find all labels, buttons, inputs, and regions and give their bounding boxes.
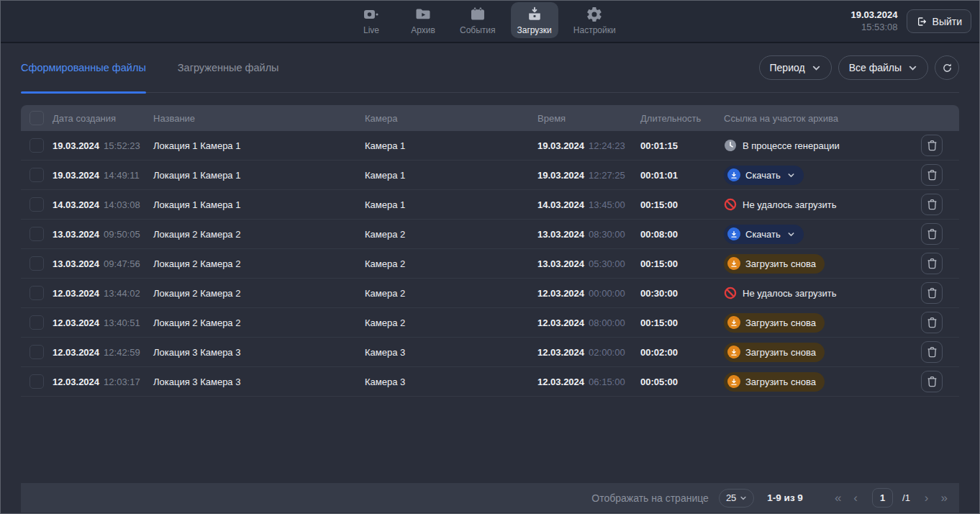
row-checkbox[interactable]	[30, 138, 44, 153]
camera-name: Камера 2	[365, 317, 537, 328]
topbar-right: 19.03.2024 15:53:08 Выйти	[850, 9, 979, 33]
chevron-down-icon	[787, 230, 795, 238]
download-label: Скачать	[745, 229, 781, 240]
tab-generated-files[interactable]: Сформированные файлы	[21, 43, 146, 92]
time-cell: 13.03.202408:30:00	[537, 229, 640, 240]
retry-download-button[interactable]: Загрузить снова	[724, 343, 825, 362]
main-content: Сформированные файлы Загруженные файлы П…	[1, 43, 979, 397]
tabs-row: Сформированные файлы Загруженные файлы П…	[21, 43, 959, 93]
file-type-filter-button[interactable]: Все файлы	[838, 55, 928, 80]
row-checkbox[interactable]	[30, 197, 44, 212]
duration: 00:01:01	[640, 170, 724, 181]
tab-downloaded-files[interactable]: Загруженные файлы	[178, 43, 279, 92]
select-all-checkbox[interactable]	[30, 111, 44, 125]
delete-button[interactable]	[921, 194, 943, 215]
download-icon	[727, 375, 740, 388]
camera-name: Камера 2	[365, 288, 537, 299]
delete-button[interactable]	[921, 253, 943, 274]
current-page-input[interactable]: 1	[872, 488, 893, 508]
row-checkbox[interactable]	[30, 315, 44, 330]
calendar-icon	[469, 6, 486, 23]
file-name: Локация 2 Камера 2	[153, 258, 365, 269]
delete-button[interactable]	[921, 312, 943, 333]
delete-button[interactable]	[921, 282, 943, 304]
last-page-button[interactable]: »	[940, 492, 949, 504]
duration: 00:15:00	[640, 258, 724, 269]
retry-download-button[interactable]: Загрузить снова	[724, 372, 825, 392]
logout-button[interactable]: Выйти	[907, 9, 971, 33]
prev-page-button[interactable]: ‹	[852, 492, 859, 504]
row-checkbox[interactable]	[30, 227, 44, 241]
video-camera-icon	[363, 6, 380, 23]
delete-button[interactable]	[921, 223, 943, 245]
delete-button[interactable]	[921, 164, 943, 186]
refresh-button[interactable]	[935, 55, 959, 80]
current-time: 15:53:08	[850, 22, 897, 33]
first-page-button[interactable]: «	[833, 492, 843, 504]
pagination-bar: Отображать на странице 25 1-9 из 9 « ‹ 1…	[21, 483, 959, 513]
period-filter-button[interactable]: Период	[759, 55, 832, 80]
archive-link-cell: Скачать	[724, 166, 915, 185]
time-cell: 12.03.202408:00:00	[537, 317, 640, 328]
current-date: 19.03.2024	[850, 9, 897, 21]
table-row: 12.03.202412:42:59Локация 3 Камера 3Каме…	[21, 338, 959, 367]
camera-name: Камера 1	[365, 199, 537, 210]
column-header-duration: Длительность	[640, 113, 724, 124]
row-checkbox[interactable]	[30, 168, 44, 182]
retry-label: Загрузить снова	[745, 317, 816, 328]
refresh-icon	[941, 62, 953, 74]
row-checkbox[interactable]	[30, 286, 44, 300]
retry-label: Загрузить снова	[745, 258, 816, 269]
row-checkbox[interactable]	[30, 374, 44, 389]
retry-download-button[interactable]: Загрузить снова	[724, 313, 825, 333]
table-row: 19.03.202414:49:11Локация 1 Камера 1Каме…	[21, 161, 959, 190]
created-cell: 12.03.202413:44:02	[53, 288, 153, 299]
time-cell: 12.03.202400:00:00	[537, 288, 640, 299]
next-page-button[interactable]: ›	[923, 492, 930, 504]
status-label: Не удалось загрузить	[743, 199, 836, 210]
camera-name: Камера 1	[365, 140, 537, 151]
chevron-down-icon	[908, 63, 917, 73]
page-navigation: « ‹ 1 /1 › »	[833, 488, 949, 508]
per-page-select[interactable]: 25	[719, 489, 754, 508]
time-cell: 12.03.202406:15:00	[537, 377, 640, 387]
nav-label: Архив	[411, 25, 435, 35]
file-name: Локация 2 Камера 2	[153, 317, 365, 328]
created-cell: 12.03.202412:03:17	[53, 377, 153, 387]
archive-link-cell: Не удалось загрузить	[724, 198, 915, 211]
ban-icon	[724, 287, 737, 299]
column-header-created: Дата создания	[53, 113, 153, 124]
camera-name: Камера 2	[365, 229, 537, 240]
table-row: 12.03.202412:03:17Локация 3 Камера 3Каме…	[21, 367, 959, 397]
delete-button[interactable]	[921, 135, 943, 156]
nav-item-archive[interactable]: Архив	[401, 2, 445, 38]
table-row: 12.03.202413:44:02Локация 2 Камера 2Каме…	[21, 279, 959, 308]
nav-item-live[interactable]: Live	[350, 2, 393, 38]
main-navigation: Live Архив События Загрузки Настройки	[350, 2, 622, 38]
row-checkbox[interactable]	[30, 256, 44, 271]
status-generating: В процессе генерации	[724, 139, 840, 152]
file-name: Локация 3 Камера 3	[153, 347, 365, 358]
files-table: Дата создания Название Камера Время Длит…	[21, 105, 959, 397]
nav-label: Настройки	[573, 25, 616, 35]
file-type-label: Все файлы	[849, 62, 902, 73]
file-name: Локация 3 Камера 3	[153, 377, 365, 387]
table-row: 12.03.202413:40:51Локация 2 Камера 2Каме…	[21, 308, 959, 338]
nav-item-events[interactable]: События	[453, 2, 502, 38]
download-button[interactable]: Скачать	[724, 225, 804, 244]
column-header-time: Время	[537, 113, 640, 124]
duration: 00:15:00	[640, 199, 724, 210]
download-button[interactable]: Скачать	[724, 166, 804, 185]
filters: Период Все файлы	[759, 55, 959, 80]
table-header: Дата создания Название Камера Время Длит…	[21, 105, 959, 131]
delete-button[interactable]	[921, 371, 943, 392]
retry-download-button[interactable]: Загрузить снова	[724, 254, 825, 274]
retry-label: Загрузить снова	[745, 347, 816, 358]
nav-item-settings[interactable]: Настройки	[567, 2, 622, 38]
created-cell: 13.03.202409:47:56	[53, 258, 153, 269]
row-checkbox[interactable]	[30, 345, 44, 359]
logout-label: Выйти	[933, 16, 962, 27]
delete-button[interactable]	[921, 341, 943, 363]
total-pages-label: /1	[902, 492, 910, 503]
nav-item-downloads[interactable]: Загрузки	[511, 2, 558, 38]
